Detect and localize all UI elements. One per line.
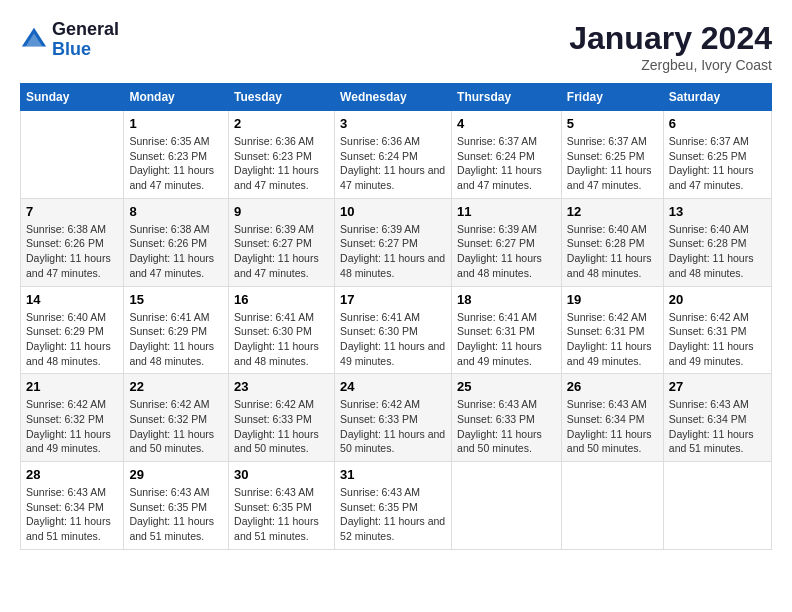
calendar-cell: 30Sunrise: 6:43 AMSunset: 6:35 PMDayligh… [229, 462, 335, 550]
calendar-cell: 22Sunrise: 6:42 AMSunset: 6:32 PMDayligh… [124, 374, 229, 462]
day-number: 26 [567, 379, 658, 394]
header-monday: Monday [124, 84, 229, 111]
cell-info: Sunrise: 6:43 AMSunset: 6:33 PMDaylight:… [457, 397, 556, 456]
day-number: 15 [129, 292, 223, 307]
calendar-cell: 9Sunrise: 6:39 AMSunset: 6:27 PMDaylight… [229, 198, 335, 286]
cell-info: Sunrise: 6:43 AMSunset: 6:34 PMDaylight:… [26, 485, 118, 544]
cell-info: Sunrise: 6:38 AMSunset: 6:26 PMDaylight:… [26, 222, 118, 281]
logo-icon [20, 26, 48, 54]
day-number: 1 [129, 116, 223, 131]
calendar-cell: 18Sunrise: 6:41 AMSunset: 6:31 PMDayligh… [452, 286, 562, 374]
calendar-cell: 29Sunrise: 6:43 AMSunset: 6:35 PMDayligh… [124, 462, 229, 550]
header-friday: Friday [561, 84, 663, 111]
calendar-cell [561, 462, 663, 550]
day-number: 31 [340, 467, 446, 482]
day-number: 2 [234, 116, 329, 131]
cell-info: Sunrise: 6:39 AMSunset: 6:27 PMDaylight:… [457, 222, 556, 281]
day-number: 16 [234, 292, 329, 307]
cell-info: Sunrise: 6:38 AMSunset: 6:26 PMDaylight:… [129, 222, 223, 281]
header-wednesday: Wednesday [335, 84, 452, 111]
calendar-cell: 16Sunrise: 6:41 AMSunset: 6:30 PMDayligh… [229, 286, 335, 374]
day-number: 22 [129, 379, 223, 394]
cell-info: Sunrise: 6:42 AMSunset: 6:32 PMDaylight:… [129, 397, 223, 456]
calendar-cell: 24Sunrise: 6:42 AMSunset: 6:33 PMDayligh… [335, 374, 452, 462]
calendar-cell: 8Sunrise: 6:38 AMSunset: 6:26 PMDaylight… [124, 198, 229, 286]
calendar-cell: 12Sunrise: 6:40 AMSunset: 6:28 PMDayligh… [561, 198, 663, 286]
cell-info: Sunrise: 6:36 AMSunset: 6:24 PMDaylight:… [340, 134, 446, 193]
day-number: 8 [129, 204, 223, 219]
cell-info: Sunrise: 6:41 AMSunset: 6:30 PMDaylight:… [234, 310, 329, 369]
calendar-week-row: 21Sunrise: 6:42 AMSunset: 6:32 PMDayligh… [21, 374, 772, 462]
calendar-cell [663, 462, 771, 550]
cell-info: Sunrise: 6:43 AMSunset: 6:34 PMDaylight:… [567, 397, 658, 456]
header-saturday: Saturday [663, 84, 771, 111]
day-number: 25 [457, 379, 556, 394]
calendar-cell: 5Sunrise: 6:37 AMSunset: 6:25 PMDaylight… [561, 111, 663, 199]
cell-info: Sunrise: 6:43 AMSunset: 6:35 PMDaylight:… [340, 485, 446, 544]
calendar-cell [452, 462, 562, 550]
day-number: 13 [669, 204, 766, 219]
day-number: 14 [26, 292, 118, 307]
calendar-cell: 10Sunrise: 6:39 AMSunset: 6:27 PMDayligh… [335, 198, 452, 286]
cell-info: Sunrise: 6:41 AMSunset: 6:29 PMDaylight:… [129, 310, 223, 369]
cell-info: Sunrise: 6:42 AMSunset: 6:33 PMDaylight:… [340, 397, 446, 456]
calendar-cell: 13Sunrise: 6:40 AMSunset: 6:28 PMDayligh… [663, 198, 771, 286]
cell-info: Sunrise: 6:37 AMSunset: 6:24 PMDaylight:… [457, 134, 556, 193]
calendar-cell: 26Sunrise: 6:43 AMSunset: 6:34 PMDayligh… [561, 374, 663, 462]
calendar-cell: 21Sunrise: 6:42 AMSunset: 6:32 PMDayligh… [21, 374, 124, 462]
day-number: 27 [669, 379, 766, 394]
day-number: 21 [26, 379, 118, 394]
day-number: 3 [340, 116, 446, 131]
logo-line2: Blue [52, 40, 119, 60]
logo-line1: General [52, 20, 119, 40]
calendar-title: January 2024 [569, 20, 772, 57]
header-thursday: Thursday [452, 84, 562, 111]
calendar-cell: 15Sunrise: 6:41 AMSunset: 6:29 PMDayligh… [124, 286, 229, 374]
day-number: 10 [340, 204, 446, 219]
header-sunday: Sunday [21, 84, 124, 111]
calendar-cell: 31Sunrise: 6:43 AMSunset: 6:35 PMDayligh… [335, 462, 452, 550]
cell-info: Sunrise: 6:42 AMSunset: 6:31 PMDaylight:… [567, 310, 658, 369]
cell-info: Sunrise: 6:40 AMSunset: 6:28 PMDaylight:… [567, 222, 658, 281]
calendar-week-row: 7Sunrise: 6:38 AMSunset: 6:26 PMDaylight… [21, 198, 772, 286]
header-tuesday: Tuesday [229, 84, 335, 111]
cell-info: Sunrise: 6:42 AMSunset: 6:31 PMDaylight:… [669, 310, 766, 369]
day-number: 24 [340, 379, 446, 394]
cell-info: Sunrise: 6:41 AMSunset: 6:31 PMDaylight:… [457, 310, 556, 369]
calendar-subtitle: Zergbeu, Ivory Coast [569, 57, 772, 73]
cell-info: Sunrise: 6:43 AMSunset: 6:35 PMDaylight:… [129, 485, 223, 544]
day-number: 28 [26, 467, 118, 482]
day-number: 7 [26, 204, 118, 219]
calendar-cell: 23Sunrise: 6:42 AMSunset: 6:33 PMDayligh… [229, 374, 335, 462]
cell-info: Sunrise: 6:40 AMSunset: 6:29 PMDaylight:… [26, 310, 118, 369]
calendar-table: SundayMondayTuesdayWednesdayThursdayFrid… [20, 83, 772, 550]
calendar-cell: 14Sunrise: 6:40 AMSunset: 6:29 PMDayligh… [21, 286, 124, 374]
calendar-cell: 2Sunrise: 6:36 AMSunset: 6:23 PMDaylight… [229, 111, 335, 199]
calendar-cell: 11Sunrise: 6:39 AMSunset: 6:27 PMDayligh… [452, 198, 562, 286]
day-number: 18 [457, 292, 556, 307]
day-number: 11 [457, 204, 556, 219]
day-number: 17 [340, 292, 446, 307]
logo: General Blue [20, 20, 119, 60]
cell-info: Sunrise: 6:40 AMSunset: 6:28 PMDaylight:… [669, 222, 766, 281]
cell-info: Sunrise: 6:37 AMSunset: 6:25 PMDaylight:… [669, 134, 766, 193]
page-header: General Blue January 2024 Zergbeu, Ivory… [20, 20, 772, 73]
calendar-week-row: 28Sunrise: 6:43 AMSunset: 6:34 PMDayligh… [21, 462, 772, 550]
cell-info: Sunrise: 6:41 AMSunset: 6:30 PMDaylight:… [340, 310, 446, 369]
calendar-cell: 28Sunrise: 6:43 AMSunset: 6:34 PMDayligh… [21, 462, 124, 550]
cell-info: Sunrise: 6:36 AMSunset: 6:23 PMDaylight:… [234, 134, 329, 193]
calendar-cell: 3Sunrise: 6:36 AMSunset: 6:24 PMDaylight… [335, 111, 452, 199]
calendar-cell: 4Sunrise: 6:37 AMSunset: 6:24 PMDaylight… [452, 111, 562, 199]
cell-info: Sunrise: 6:39 AMSunset: 6:27 PMDaylight:… [340, 222, 446, 281]
day-number: 5 [567, 116, 658, 131]
calendar-cell: 19Sunrise: 6:42 AMSunset: 6:31 PMDayligh… [561, 286, 663, 374]
calendar-cell [21, 111, 124, 199]
title-block: January 2024 Zergbeu, Ivory Coast [569, 20, 772, 73]
cell-info: Sunrise: 6:37 AMSunset: 6:25 PMDaylight:… [567, 134, 658, 193]
calendar-cell: 1Sunrise: 6:35 AMSunset: 6:23 PMDaylight… [124, 111, 229, 199]
calendar-cell: 25Sunrise: 6:43 AMSunset: 6:33 PMDayligh… [452, 374, 562, 462]
cell-info: Sunrise: 6:42 AMSunset: 6:32 PMDaylight:… [26, 397, 118, 456]
day-number: 12 [567, 204, 658, 219]
calendar-cell: 17Sunrise: 6:41 AMSunset: 6:30 PMDayligh… [335, 286, 452, 374]
logo-text: General Blue [52, 20, 119, 60]
